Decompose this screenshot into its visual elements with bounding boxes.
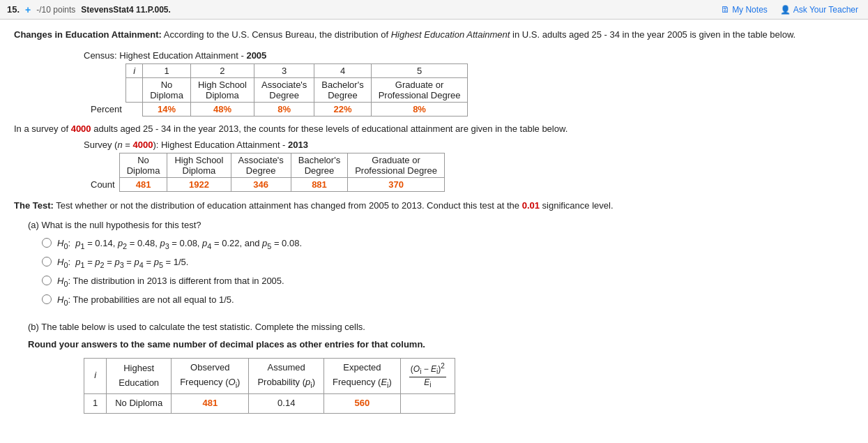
pct3: 8% (254, 102, 314, 116)
count-label: Count (84, 177, 119, 191)
radio-option-3: H0: The distribution in 2013 is differen… (42, 274, 854, 290)
radio-option-4: H0: The probabilities are not all equal … (42, 293, 854, 308)
test-bold: The Test: (14, 200, 54, 211)
census-cat-empty (84, 77, 126, 102)
survey-table-title: Survey (n = 4000): Highest Education Att… (84, 140, 854, 150)
survey-intro-pre: In a survey of (14, 123, 71, 134)
census-table-container: Census: Highest Education Attainment - 2… (84, 50, 854, 117)
bt-r1-i: 1 (84, 393, 107, 413)
option-3-text: H0: The distribution in 2013 is differen… (57, 274, 284, 290)
census-h3: 2 (190, 63, 254, 77)
option-1-text: H0: p1 = 0.14, p2 = 0.48, p3 = 0.08, p4 … (57, 236, 302, 252)
test-text: Test whether or not the distribution of … (54, 200, 522, 211)
census-title-pre: Census: Highest Education Attainment - (84, 50, 246, 61)
radio-1[interactable] (42, 238, 52, 248)
bth-expected: ExpectedFrequency (Ei) (324, 359, 401, 394)
problem-id: StevensStat4 11.P.005. (81, 5, 171, 15)
test-text2: significance level. (540, 200, 614, 211)
my-notes-button[interactable]: 🖺 My Notes (718, 3, 770, 16)
count2: 1922 (167, 177, 231, 191)
title-text: According to the U.S. Census Bureau, the… (162, 29, 795, 40)
main-content: Changes in Education Attainment: Accordi… (0, 20, 868, 421)
pct4: 22% (314, 102, 371, 116)
census-h4: 3 (254, 63, 314, 77)
title-bold: Changes in Education Attainment: (14, 29, 162, 40)
survey-intro: In a survey of 4000 adults aged 25 - 34 … (14, 123, 854, 134)
census-category-row: NoDiploma High SchoolDiploma Associate's… (84, 77, 468, 102)
ask-teacher-label: Ask Your Teacher (793, 5, 858, 15)
census-cat2: NoDiploma (143, 77, 191, 102)
part-b-intro: (b) The table below is used to calculate… (28, 320, 854, 335)
survey-category-row: NoDiploma High SchoolDiploma Associate's… (84, 153, 444, 177)
my-notes-label: My Notes (732, 5, 768, 15)
page: 15. + -/10 points StevensStat4 11.P.005.… (0, 0, 868, 443)
option-4-text: H0: The probabilities are not all equal … (57, 293, 234, 308)
notes-icon: 🖺 (721, 5, 729, 15)
census-corner (84, 63, 126, 77)
bth-formula: (Oi − Ei)2 Ei (400, 359, 455, 394)
survey-count-row: Count 481 1922 346 881 370 (84, 177, 444, 191)
survey-intro-post: adults aged 25 - 34 in the year 2013, th… (91, 123, 568, 134)
part-b-bold: Round your answers to the same number of… (28, 338, 854, 352)
title-italic: Highest Education Attainment (391, 29, 510, 40)
census-year: 2005 (246, 50, 266, 61)
bth-assumed: AssumedProbability (pi) (249, 359, 324, 394)
survey-year: 2013 (288, 140, 308, 150)
person-icon: 👤 (780, 5, 791, 15)
survey-table: NoDiploma High SchoolDiploma Associate's… (84, 153, 445, 192)
percent-empty (126, 102, 143, 116)
survey-section: In a survey of 4000 adults aged 25 - 34 … (14, 123, 854, 192)
count5: 370 (348, 177, 445, 191)
top-bar-right: 🖺 My Notes 👤 Ask Your Teacher (718, 3, 861, 16)
census-h6: 5 (371, 63, 468, 77)
points-label: -/10 points (36, 5, 75, 15)
ask-teacher-button[interactable]: 👤 Ask Your Teacher (777, 3, 861, 16)
option-2-text: H0: p1 = p2 = p3 = p4 = p5 = 1/5. (57, 255, 188, 271)
census-cat1 (126, 77, 143, 102)
bt-r1-edu: No Diploma (107, 393, 172, 413)
radio-2[interactable] (42, 257, 52, 266)
pct5: 8% (371, 102, 468, 116)
bt-r1-exp: 560 (324, 393, 401, 413)
part-b: (b) The table below is used to calculate… (14, 320, 854, 413)
bth-highest: HighestEducation (107, 359, 172, 394)
census-h5: 4 (314, 63, 371, 77)
radio-3[interactable] (42, 276, 52, 285)
test-section: The Test: Test whether or not the distri… (14, 199, 854, 414)
plus-icon: + (25, 4, 31, 15)
percent-label: Percent (84, 102, 126, 116)
count3: 346 (231, 177, 291, 191)
top-bar-left: 15. + -/10 points StevensStat4 11.P.005. (7, 4, 171, 15)
survey-cat4: Bachelor'sDegree (291, 153, 347, 177)
bt-r1-obs: 481 (172, 393, 249, 413)
top-bar: 15. + -/10 points StevensStat4 11.P.005.… (0, 0, 868, 20)
part-a-label: (a) What is the null hypothesis for this… (28, 218, 854, 233)
survey-n-val: 4000 (132, 140, 153, 150)
test-sig: 0.01 (522, 200, 540, 211)
bt-r1-calc (400, 393, 455, 413)
count1: 481 (119, 177, 167, 191)
survey-n-label: n (117, 140, 122, 150)
count4: 881 (291, 177, 347, 191)
survey-cat-corner (84, 153, 119, 177)
bottom-table-container: i HighestEducation ObservedFrequency (Oi… (84, 358, 854, 414)
census-table: i 1 2 3 4 5 NoDiploma High SchoolDiploma… (84, 63, 468, 117)
pct1: 14% (143, 102, 191, 116)
survey-cat5: Graduate orProfessional Degree (348, 153, 445, 177)
survey-cat2: High SchoolDiploma (167, 153, 231, 177)
test-intro: The Test: Test whether or not the distri… (14, 199, 854, 213)
question-number: 15. (7, 4, 20, 15)
pct2: 48% (190, 102, 254, 116)
survey-cat3: Associate'sDegree (231, 153, 291, 177)
radio-option-1: H0: p1 = 0.14, p2 = 0.48, p3 = 0.08, p4 … (42, 236, 854, 252)
census-h1: i (126, 63, 143, 77)
bottom-table-row1: 1 No Diploma 481 0.14 560 (84, 393, 455, 413)
bth-observed: ObservedFrequency (Oi) (172, 359, 249, 394)
bottom-table-header-row1: i HighestEducation ObservedFrequency (Oi… (84, 359, 455, 394)
radio-4[interactable] (42, 294, 52, 304)
survey-highlight: 4000 (71, 123, 91, 134)
census-cat3: High SchoolDiploma (190, 77, 254, 102)
radio-option-2: H0: p1 = p2 = p3 = p4 = p5 = 1/5. (42, 255, 854, 271)
census-percent-row: Percent 14% 48% 8% 22% 8% (84, 102, 468, 116)
census-table-title: Census: Highest Education Attainment - 2… (84, 50, 854, 61)
